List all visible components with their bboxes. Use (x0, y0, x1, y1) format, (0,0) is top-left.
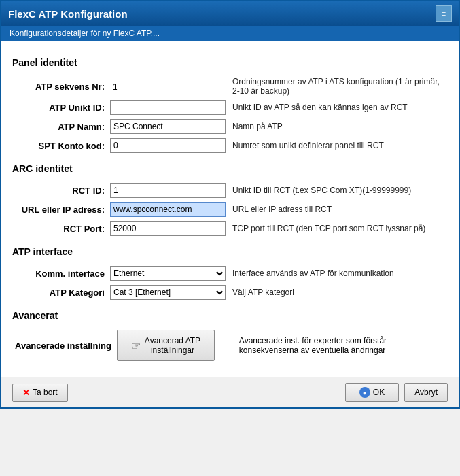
window-title: FlexC ATP Konfiguration (8, 8, 128, 20)
x-icon: ✕ (22, 388, 30, 398)
atp-sekvens-value-cell: 1 (107, 75, 230, 98)
atp-unikt-label: ATP Unikt ID: (12, 98, 107, 117)
avancerade-label: Avancerade inställning (12, 328, 114, 363)
hand-icon: ☞ (131, 339, 141, 352)
panel-identity-table: ATP sekvens Nr: 1 Ordningsnummer av ATP … (12, 75, 448, 155)
rct-id-label: RCT ID: (12, 181, 107, 200)
komm-select[interactable]: EthernetGPRSWiFi (110, 266, 226, 281)
avancerat-section-title: Avancerat (12, 310, 448, 321)
url-label: URL eller IP adress: (12, 200, 107, 219)
atp-unikt-input-cell (107, 98, 230, 117)
delete-label: Ta bort (33, 388, 58, 397)
cancel-button[interactable]: Avbryt (404, 383, 448, 402)
kategori-desc: Välj ATP kategori (230, 283, 448, 302)
atp-unikt-input[interactable] (110, 100, 226, 115)
spt-konto-desc: Numret som unikt definierar panel till R… (230, 136, 448, 155)
table-row: Komm. interface EthernetGPRSWiFi Interfa… (12, 264, 448, 283)
table-row: RCT Port: TCP port till RCT (den TCP por… (12, 219, 448, 238)
avancerat-desc: Avancerade inst. för experter som förstå… (236, 328, 448, 363)
kategori-label: ATP Kategori (12, 283, 107, 302)
panel-identity-section-title: Panel identitet (12, 57, 448, 68)
komm-desc: Interface används av ATP för kommunikati… (230, 264, 448, 283)
main-window: FlexC ATP Konfiguration ≡ Konfigurations… (0, 0, 460, 409)
atp-sekvens-desc: Ordningsnummer av ATP i ATS konfiguratio… (230, 75, 448, 98)
url-input-cell (107, 200, 230, 219)
atp-sekvens-value: 1 (110, 81, 120, 93)
subtitle-text: Konfigurationsdetaljer för ny FlexC ATP.… (10, 29, 160, 38)
rct-port-desc: TCP port till RCT (den TCP port som RCT … (230, 219, 448, 238)
atp-namn-label: ATP Namn: (12, 117, 107, 136)
advanced-atp-button[interactable]: ☞ Avancerad ATPinställningar (117, 330, 215, 361)
footer: ✕ Ta bort ● OK Avbryt (1, 377, 459, 407)
atp-sekvens-label: ATP sekvens Nr: (12, 75, 107, 98)
spt-konto-input[interactable] (110, 138, 226, 153)
rct-id-input-cell (107, 181, 230, 200)
table-row: ATP Kategori Cat 3 [Ethernet]Cat 2Cat 1 … (12, 283, 448, 302)
rct-port-input[interactable] (110, 221, 226, 236)
spt-konto-input-cell (107, 136, 230, 155)
arc-identity-table: RCT ID: Unikt ID till RCT (t.ex SPC Com … (12, 181, 448, 238)
rct-id-input[interactable] (110, 183, 226, 198)
url-input[interactable] (110, 202, 226, 217)
url-desc: URL eller IP adress till RCT (230, 200, 448, 219)
rct-port-input-cell (107, 219, 230, 238)
rct-port-label: RCT Port: (12, 219, 107, 238)
komm-select-cell: EthernetGPRSWiFi (107, 264, 230, 283)
subtitle-bar: Konfigurationsdetaljer för ny FlexC ATP.… (1, 26, 459, 41)
title-bar: FlexC ATP Konfiguration ≡ (1, 1, 459, 26)
table-row: RCT ID: Unikt ID till RCT (t.ex SPC Com … (12, 181, 448, 200)
kategori-select-cell: Cat 3 [Ethernet]Cat 2Cat 1 (107, 283, 230, 302)
atp-namn-input[interactable] (110, 119, 226, 134)
komm-label: Komm. interface (12, 264, 107, 283)
rct-id-desc: Unikt ID till RCT (t.ex SPC Com XT)(1-99… (230, 181, 448, 200)
table-row: Avancerade inställning ☞ Avancerad ATPin… (12, 328, 448, 363)
cancel-label: Avbryt (414, 388, 438, 397)
ok-label: OK (373, 388, 385, 397)
advanced-button-label: Avancerad ATPinställningar (145, 336, 200, 355)
atp-interface-section-title: ATP interface (12, 246, 448, 257)
atp-namn-input-cell (107, 117, 230, 136)
delete-button[interactable]: ✕ Ta bort (12, 384, 68, 402)
arc-identity-section-title: ARC identitet (12, 163, 448, 174)
table-row: ATP Namn: Namn på ATP (12, 117, 448, 136)
table-row: SPT Konto kod: Numret som unikt definier… (12, 136, 448, 155)
table-row: ATP Unikt ID: Unikt ID av ATP så den kan… (12, 98, 448, 117)
ok-icon: ● (359, 387, 370, 398)
icon-glyph: ≡ (442, 10, 446, 18)
footer-right: ● OK Avbryt (345, 383, 448, 402)
table-row: ATP sekvens Nr: 1 Ordningsnummer av ATP … (12, 75, 448, 98)
ok-button[interactable]: ● OK (345, 383, 399, 402)
kategori-select[interactable]: Cat 3 [Ethernet]Cat 2Cat 1 (110, 285, 226, 300)
atp-namn-desc: Namn på ATP (230, 117, 448, 136)
title-bar-icon: ≡ (436, 5, 452, 22)
avancerade-button-cell: ☞ Avancerad ATPinställningar (114, 328, 236, 363)
spt-konto-label: SPT Konto kod: (12, 136, 107, 155)
atp-interface-table: Komm. interface EthernetGPRSWiFi Interfa… (12, 264, 448, 302)
avancerat-table: Avancerade inställning ☞ Avancerad ATPin… (12, 328, 448, 363)
atp-unikt-desc: Unikt ID av ATP så den kan kännas igen a… (230, 98, 448, 117)
table-row: URL eller IP adress: URL eller IP adress… (12, 200, 448, 219)
content-area: Panel identitet ATP sekvens Nr: 1 Ordnin… (1, 41, 459, 377)
